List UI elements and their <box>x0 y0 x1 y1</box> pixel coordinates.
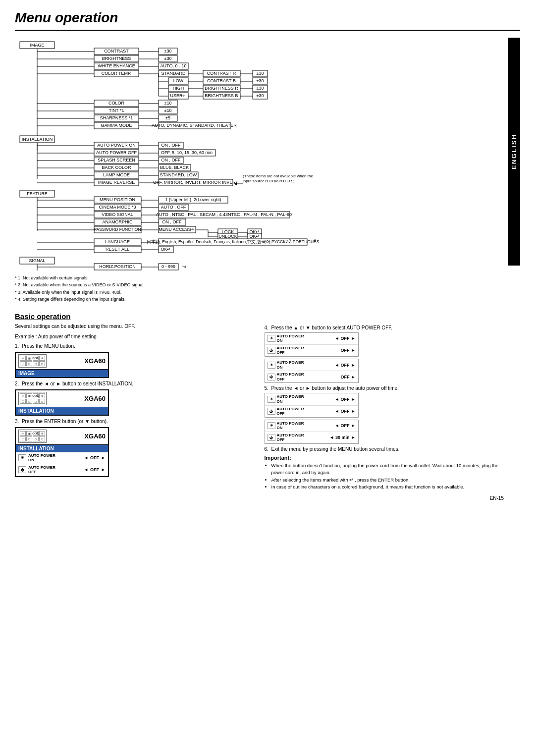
icon-cell-21: ◫ <box>20 436 26 441</box>
english-tab: ENGLISH <box>508 38 520 266</box>
icon-cell-12: ⚙ <box>39 393 45 398</box>
step-6-num: 6. Exit the menu by pressing the MENU bu… <box>265 446 504 452</box>
menu-display-3: ☀ ▦ opt. ⚙ ◫ ◻ ◻ ◻ XGA60 <box>15 427 109 477</box>
ap-icon-2: ⏻ <box>18 466 26 473</box>
ap-disp-val-3: OFF <box>341 363 350 368</box>
ap-display-row-1: ☀ AUTO POWERON ◄ OFF ► <box>265 333 358 345</box>
svg-text:0 - 999: 0 - 999 <box>161 264 175 269</box>
svg-text:USER↵: USER↵ <box>170 93 186 98</box>
ap-disp-icon-6: ⏻ <box>268 408 275 415</box>
svg-text:UNLOCK: UNLOCK <box>218 234 237 239</box>
icon-grid-1: ☀ ▦ opt. ⚙ ◫ ◻ ◻ ◻ <box>18 354 47 368</box>
important-bullet-3: In case of outline characters on a color… <box>271 484 504 490</box>
ap-disp-arr-r-2: ► <box>351 348 356 353</box>
ap-disp-icon-8: ⏻ <box>268 434 275 441</box>
svg-text:SHARPNESS *1: SHARPNESS *1 <box>100 115 133 120</box>
svg-text:日本語, English, Español, Deutsch: 日本語, English, Español, Deutsch, Français… <box>147 239 320 244</box>
ap-disp-arr-l-8: ◄ <box>329 435 334 440</box>
svg-text:STANDARD, LOW: STANDARD, LOW <box>160 172 197 177</box>
icon-cell-11: opt. <box>33 393 39 398</box>
icon-cell-13: ◫ <box>20 399 26 404</box>
important-bullet-1: When the button doesn't function, unplug… <box>271 462 504 477</box>
svg-text:RESET ALL: RESET ALL <box>106 247 129 252</box>
svg-text:FEATURE: FEATURE <box>27 191 47 196</box>
ap-icon-1: ☀ <box>18 454 26 461</box>
ap-disp-arr-r-1: ► <box>351 336 356 341</box>
svg-text:SIGNAL: SIGNAL <box>29 258 45 263</box>
svg-text:IMAGE REVERSE: IMAGE REVERSE <box>98 180 135 185</box>
ap-display-step5-2: ☀ AUTO POWERON ◄ OFF ► ⏻ AUTO POWEROFF ◄… <box>265 420 359 444</box>
svg-text:AUTO, 0 - 10: AUTO, 0 - 10 <box>160 63 187 68</box>
svg-text:ANAMORPHIC: ANAMORPHIC <box>102 219 133 224</box>
svg-text:AUTO POWER OFF: AUTO POWER OFF <box>96 150 137 155</box>
title-divider <box>15 30 520 31</box>
basic-operation: Basic operation Several settings can be … <box>15 312 504 491</box>
menu-display-active-2: INSTALLATION <box>16 407 108 415</box>
icon-cell-16: ◻ <box>39 399 45 404</box>
ap-display-row-7: ☀ AUTO POWERON ◄ OFF ► <box>265 420 358 432</box>
svg-text:OK↵: OK↵ <box>160 247 171 252</box>
svg-text:PASSWORD FUNCTION: PASSWORD FUNCTION <box>94 227 141 232</box>
footnote-3: * 3: Available only when the input signa… <box>15 289 504 296</box>
svg-text:ON , OFF: ON , OFF <box>161 143 181 148</box>
svg-text:CONTRAST B: CONTRAST B <box>207 78 236 83</box>
ap-display-row-3: ☀ AUTO POWERON ◄ OFF ► <box>265 359 358 371</box>
step-1-num: 1. Press the MENU button. <box>15 343 255 349</box>
ap-disp-label-8: AUTO POWEROFF <box>277 433 328 442</box>
icon-cell-9: ☀ <box>20 393 26 398</box>
menu-display-active-3: INSTALLATION <box>16 445 108 452</box>
menu-display-header-2: ☀ ▦ opt. ⚙ ◫ ◻ ◻ ◻ XGA60 <box>16 390 108 407</box>
page-number: EN-15 <box>15 495 504 501</box>
svg-text:COLOR: COLOR <box>108 101 125 106</box>
ap-label-1: AUTO POWERON <box>28 453 82 463</box>
icon-cell-1: ☀ <box>20 356 26 361</box>
svg-text:LOW: LOW <box>173 78 184 83</box>
arrow-left-2: ◄ <box>84 467 88 472</box>
svg-text:ON , OFF: ON , OFF <box>161 158 181 162</box>
icon-cell-7: ◻ <box>33 361 39 366</box>
svg-text:AUTO, DYNAMIC, STANDARD, THEAT: AUTO, DYNAMIC, STANDARD, THEATER <box>152 123 237 128</box>
ap-display-row-6: ⏻ AUTO POWEROFF ◄ OFF ► <box>265 406 358 417</box>
svg-text:VIDEO SIGNAL: VIDEO SIGNAL <box>102 212 133 217</box>
important-bullet-2: After selecting the items marked with ↵ … <box>271 477 504 484</box>
icon-grid-3: ☀ ▦ opt. ⚙ ◫ ◻ ◻ ◻ <box>18 430 47 443</box>
svg-text:WHITE ENHANCE: WHITE ENHANCE <box>98 63 135 68</box>
icon-cell-5: ◫ <box>20 361 26 366</box>
ap-label-2: AUTO POWEROFF <box>28 465 82 475</box>
menu-display-1: ☀ ▦ opt. ⚙ ◫ ◻ ◻ ◻ XGA60 <box>15 352 109 378</box>
ap-val-1: OFF <box>90 455 99 460</box>
icon-cell-15: ◻ <box>33 399 39 404</box>
step-2-num: 2. Press the ◄ or ► button to select INS… <box>15 381 255 386</box>
icon-cell-22: ◻ <box>26 436 32 441</box>
icon-cell-10: ▦ <box>26 393 32 398</box>
ap-disp-icon-1: ☀ <box>268 335 275 342</box>
ap-display-row-8: ⏻ AUTO POWEROFF ◄ 30 min ► <box>265 432 358 443</box>
svg-text:STANDARD: STANDARD <box>161 71 186 76</box>
ap-disp-label-3: AUTO POWERON <box>277 360 333 370</box>
icon-cell-23: ◻ <box>33 436 39 441</box>
ap-disp-label-5: AUTO POWERON <box>277 394 333 404</box>
footnotes: * 1: Not available with certain signals.… <box>15 274 504 303</box>
ap-display-row-2: ⏻ AUTO POWEROFF OFF ► <box>265 345 358 356</box>
menu-display-header-3: ☀ ▦ opt. ⚙ ◫ ◻ ◻ ◻ XGA60 <box>16 428 108 445</box>
svg-text:±30: ±30 <box>164 49 172 54</box>
svg-text:IMAGE: IMAGE <box>30 43 44 48</box>
ap-disp-label-1: AUTO POWERON <box>277 334 333 343</box>
important-bullets: When the button doesn't function, unplug… <box>265 462 504 490</box>
ap-disp-val-1: OFF <box>341 336 350 341</box>
arrow-left-1: ◄ <box>84 455 88 460</box>
menu-row-ap-off: ⏻ AUTO POWEROFF ◄ OFF ► <box>16 464 108 476</box>
svg-text:GAMMA MODE: GAMMA MODE <box>101 123 132 128</box>
svg-text:1 (Upper left), 2(Lower right): 1 (Upper left), 2(Lower right) <box>165 197 221 202</box>
svg-text:±5: ±5 <box>165 115 170 120</box>
icon-cell-17: ☀ <box>20 431 26 436</box>
ap-disp-val-6: OFF <box>341 409 350 414</box>
ap-disp-arr-l-5: ◄ <box>335 397 339 402</box>
ap-disp-label-6: AUTO POWEROFF <box>277 407 333 416</box>
svg-text:CONTRAST R: CONTRAST R <box>207 71 236 76</box>
icon-cell-20: ⚙ <box>39 431 45 436</box>
menu-diagram: IMAGE CONTRAST ±30 BRIGHTNESS <box>15 38 504 270</box>
svg-text:AUTO , OFF: AUTO , OFF <box>161 205 186 210</box>
basic-op-desc: Several settings can be adjusted using t… <box>15 323 255 330</box>
ap-disp-arr-r-5: ► <box>351 397 356 402</box>
